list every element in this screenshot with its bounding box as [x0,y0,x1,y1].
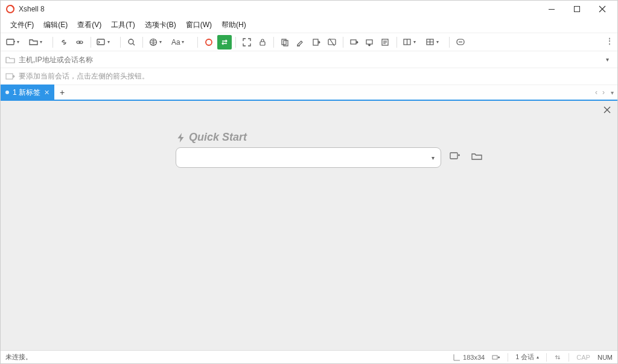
disconnect-button[interactable] [72,35,87,49]
content-area: Quick Start ▾ [1,101,617,350]
menu-tabs[interactable]: 选项卡(B) [140,18,181,33]
menu-file[interactable]: 文件(F) [5,18,39,33]
compose-bar-button[interactable] [453,35,468,49]
layout-tile-button[interactable]: ▾ [424,35,445,49]
address-dropdown-button[interactable]: ▾ [602,56,613,63]
menu-tools[interactable]: 工具(T) [106,18,139,33]
svg-rect-15 [366,40,372,44]
folder-icon [5,55,15,65]
title-bar: Xshell 8 [1,1,617,18]
screen-slash-icon [327,37,337,47]
quick-start-title: Quick Start [189,131,247,144]
svg-rect-14 [351,40,356,44]
status-tunnel-icon[interactable] [492,353,500,362]
copy-button[interactable] [278,35,292,49]
maximize-button[interactable] [564,1,590,18]
status-sync-button[interactable] [554,354,561,361]
panel-close-button[interactable] [603,106,611,116]
link-chain-icon [59,37,69,47]
add-session-arrow-icon[interactable] [5,72,15,81]
svg-rect-20 [6,74,13,79]
svg-rect-1 [575,7,580,12]
clear-screen-button[interactable] [325,35,339,49]
properties-icon [381,37,390,47]
clipboard-arrow-icon [311,37,321,47]
language-button[interactable]: ▾ [147,35,168,49]
quick-start-dropdown-button[interactable]: ▾ [432,155,435,161]
tab-close-button[interactable]: ✕ [44,89,49,97]
quick-start-input[interactable] [182,153,432,162]
quick-start-open-session-button[interactable] [471,151,485,164]
new-terminal-icon [6,37,16,47]
font-button[interactable]: Aa ▾ [170,35,194,49]
status-sessions[interactable]: 1 会话 ▴ [515,353,539,362]
download-to-terminal-icon [365,37,375,47]
font-icon: Aa [171,38,180,46]
transfer-icon [220,37,229,47]
lock-icon [258,37,267,47]
lock-button[interactable] [255,35,270,49]
send-file-button[interactable] [347,35,362,49]
svg-rect-12 [313,39,318,45]
menu-view[interactable]: 查看(V) [72,18,106,33]
lightning-icon [176,132,186,143]
search-icon [127,37,136,47]
properties-button[interactable] [378,35,393,49]
dimensions-icon [453,354,460,361]
svg-rect-9 [260,42,265,45]
address-input[interactable] [19,56,602,64]
status-connection: 未连接。 [5,353,32,362]
paste-button[interactable] [309,35,323,49]
new-terminal-plus-icon [450,151,460,162]
new-session-button[interactable]: ▾ [4,35,26,49]
svg-point-4 [79,41,83,43]
highlighter-icon [296,37,305,47]
reconnect-button[interactable] [57,35,71,49]
split-horizontal-icon [403,37,412,47]
svg-rect-2 [7,39,14,45]
app-title: Xshell 8 [19,5,45,13]
tab-status-dot [5,91,9,94]
terminal-icon [97,37,106,47]
svg-rect-5 [97,39,104,45]
svg-point-8 [206,39,212,45]
xshell-app-icon-button[interactable] [202,35,216,49]
highlight-button[interactable] [293,35,308,49]
tab-menu-button[interactable]: ▾ [607,89,617,96]
tab-prev-button[interactable]: ‹ [593,88,600,97]
globe-icon [148,37,158,47]
fullscreen-icon [242,37,252,47]
svg-rect-21 [450,153,457,159]
tab-1[interactable]: 1 新标签 ✕ [1,85,54,100]
quick-start-input-wrap: ▾ [176,147,441,168]
app-logo-icon [5,4,15,14]
tab-bar: 1 新标签 ✕ + ‹ › ▾ [1,85,617,101]
xshell-swirl-icon [204,37,214,47]
send-to-terminal-icon [349,37,359,47]
menu-edit[interactable]: 编辑(E) [39,18,72,33]
local-shell-button[interactable]: ▾ [95,35,116,49]
receive-file-button[interactable] [363,35,377,49]
close-button[interactable] [590,1,615,18]
menu-bar: 文件(F) 编辑(E) 查看(V) 工具(T) 选项卡(B) 窗口(W) 帮助(… [1,18,617,33]
toolbar-overflow-button[interactable]: ⋮ [606,37,614,45]
menu-window[interactable]: 窗口(W) [181,18,217,33]
tab-next-button[interactable]: › [600,88,607,97]
menu-help[interactable]: 帮助(H) [217,18,251,33]
session-hint-bar: 要添加当前会话，点击左侧的箭头按钮。 [1,68,617,85]
xftp-button[interactable] [217,35,232,49]
tunnel-icon [492,353,500,362]
open-session-button[interactable]: ▾ [27,35,49,49]
minimize-button[interactable] [539,1,564,18]
address-bar: ▾ [1,51,617,68]
folder-icon [471,151,482,162]
search-button[interactable] [124,35,139,49]
up-down-arrow-icon [554,354,561,361]
toolbar: ▾ ▾ ▾ ▾ Aa ▾ [1,33,617,51]
layout-split-button[interactable]: ▾ [401,35,422,49]
fullscreen-button[interactable] [240,35,254,49]
status-bar: 未连接。 183x34 1 会话 ▴ CAP NUM [1,350,617,363]
new-tab-button[interactable]: + [54,85,70,100]
folder-open-icon [29,37,39,47]
quick-start-new-session-button[interactable] [450,151,463,164]
